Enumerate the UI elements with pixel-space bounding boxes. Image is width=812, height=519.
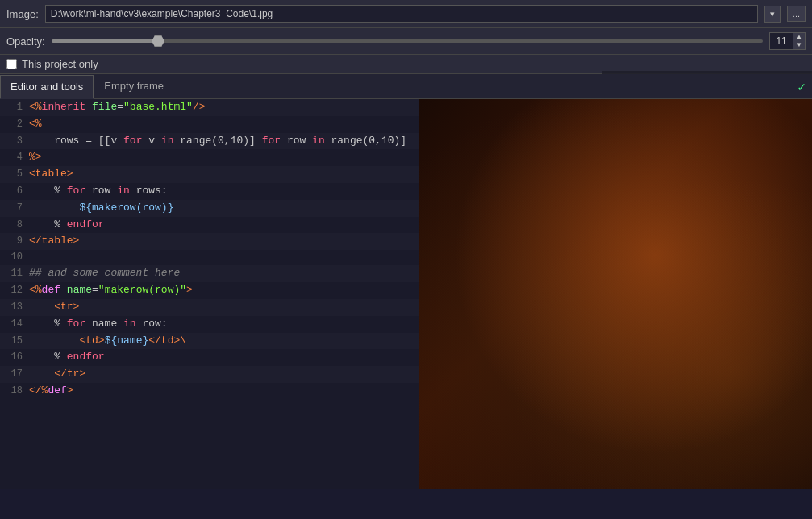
code-token: = — [117, 101, 123, 113]
project-only-checkbox[interactable] — [6, 59, 17, 69]
code-token: = — [92, 284, 98, 296]
opacity-bar: Opacity: 11 ▲ ▼ — [0, 28, 812, 55]
table-row: 2<% — [0, 116, 419, 133]
tab-empty-frame[interactable]: Empty frame — [94, 74, 174, 98]
code-token: <table> — [29, 168, 73, 180]
code-content: <table> — [29, 166, 416, 183]
code-token: "base.html" — [123, 101, 193, 113]
table-row: 14 % for name in row: — [0, 316, 419, 333]
opacity-up-button[interactable]: ▲ — [793, 33, 805, 41]
table-row: 13 <tr> — [0, 299, 419, 316]
background-image — [419, 99, 812, 489]
code-token: ${makerow(row)} — [79, 201, 173, 214]
code-content: % endfor — [29, 217, 416, 234]
opacity-down-button[interactable]: ▼ — [793, 41, 805, 49]
code-token: <% — [29, 101, 42, 113]
table-row: 5<table> — [0, 166, 419, 183]
code-token: % — [29, 185, 67, 197]
slider-fill — [52, 39, 158, 43]
table-row: 18</%def> — [0, 383, 419, 400]
code-token: name — [67, 284, 92, 296]
code-token: <tr> — [29, 301, 79, 313]
line-number: 17 — [3, 367, 23, 382]
code-content: </table> — [29, 233, 416, 250]
image-path-input[interactable] — [45, 5, 758, 23]
code-token: % — [29, 318, 67, 330]
code-token: rows: — [130, 185, 168, 197]
opacity-value-box: 11 ▲ ▼ — [769, 32, 806, 50]
slider-thumb[interactable] — [152, 35, 164, 47]
code-token: </table> — [29, 235, 79, 247]
code-token — [85, 101, 92, 113]
table-row: 15 <td>${name}</td>\ — [0, 333, 419, 350]
line-number: 4 — [3, 150, 23, 165]
image-bar: Image: ▾ ... — [0, 0, 812, 28]
code-token: > — [186, 284, 193, 296]
code-token: range(0,10)] — [173, 135, 261, 147]
code-token: /> — [193, 101, 206, 113]
code-token: in — [312, 135, 325, 147]
path-dropdown-button[interactable]: ▾ — [764, 6, 781, 23]
code-token: in — [123, 318, 136, 330]
code-token: % — [29, 351, 67, 363]
tab-editor-and-tools[interactable]: Editor and tools — [0, 75, 94, 99]
line-number: 3 — [3, 134, 23, 149]
table-row: 7 ${makerow(row)} — [0, 200, 419, 217]
line-number: 5 — [3, 167, 23, 182]
code-content: <%inherit file="base.html"/> — [29, 99, 416, 116]
table-row: 16 % endfor — [0, 349, 419, 366]
line-number: 14 — [3, 317, 23, 332]
code-content: </%def> — [29, 383, 416, 400]
line-number: 8 — [3, 218, 23, 233]
slider-track — [52, 39, 763, 43]
tabs-row: Editor and tools Empty frame ✓ — [0, 74, 812, 99]
image-label: Image: — [6, 8, 39, 20]
line-number: 16 — [3, 350, 23, 365]
line-number: 10 — [3, 250, 23, 265]
path-more-button[interactable]: ... — [787, 6, 806, 22]
code-token: ${name} — [105, 334, 149, 347]
code-token: ## and some comment here — [29, 267, 180, 279]
line-number: 18 — [3, 384, 23, 399]
table-row: 4%> — [0, 149, 419, 166]
code-token: name — [85, 318, 123, 330]
code-token: <td> — [29, 334, 105, 347]
code-content: % for row in rows: — [29, 183, 416, 200]
code-token: </td>\ — [148, 334, 186, 347]
code-token: inherit — [42, 101, 86, 113]
code-token: %> — [29, 151, 42, 163]
line-number: 9 — [3, 234, 23, 249]
line-number: 6 — [3, 184, 23, 199]
opacity-value: 11 — [770, 34, 793, 48]
code-content: % endfor — [29, 349, 416, 366]
editor-main: 1<%inherit file="base.html"/>2<%3 rows =… — [0, 99, 812, 489]
code-token: endfor — [67, 351, 105, 363]
code-content: ${makerow(row)} — [29, 200, 416, 217]
opacity-slider-container[interactable] — [52, 39, 763, 43]
table-row: 9</table> — [0, 233, 419, 250]
code-token: in — [161, 135, 174, 147]
code-token: endfor — [67, 218, 105, 230]
table-row: 17 </tr> — [0, 366, 419, 383]
opacity-label: Opacity: — [6, 35, 45, 48]
code-token — [29, 201, 79, 214]
code-content: <% — [29, 116, 416, 133]
code-token: def — [42, 284, 60, 296]
code-token: rows = [[v — [29, 135, 123, 147]
table-row: 8 % endfor — [0, 217, 419, 234]
line-number: 13 — [3, 300, 23, 315]
table-row: 1<%inherit file="base.html"/> — [0, 99, 419, 116]
background-panel — [419, 99, 812, 489]
line-number: 12 — [3, 283, 23, 298]
code-content: ## and some comment here — [29, 265, 416, 282]
code-panel[interactable]: 1<%inherit file="base.html"/>2<%3 rows =… — [0, 99, 419, 489]
line-number: 1 — [3, 100, 23, 115]
code-token: <% — [29, 118, 42, 130]
code-token: for — [67, 318, 85, 330]
code-content: </tr> — [29, 366, 416, 383]
table-row: 12<%def name="makerow(row)"> — [0, 282, 419, 299]
code-token: row — [85, 185, 117, 197]
code-token: range(0,10)] — [325, 135, 406, 147]
code-token: row — [281, 135, 312, 147]
code-token: for — [123, 135, 142, 147]
